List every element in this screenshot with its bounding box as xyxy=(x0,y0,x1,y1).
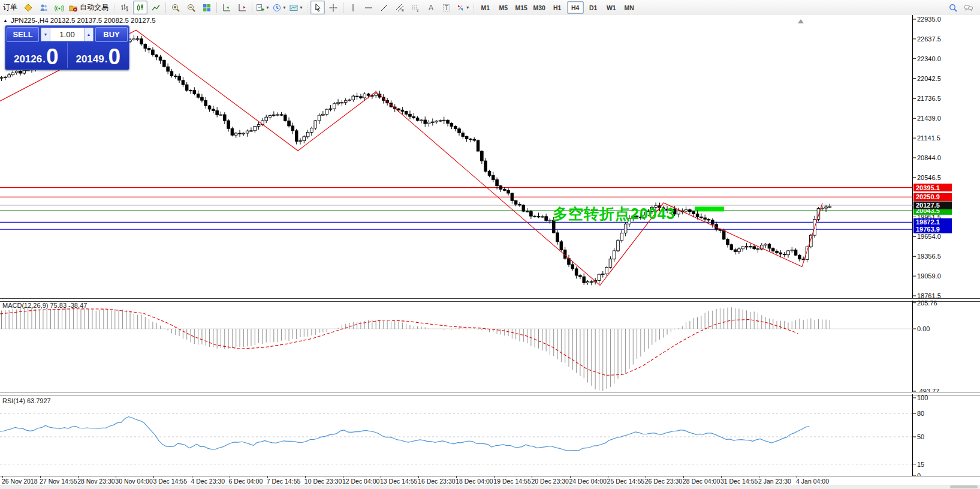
horizontal-line-button[interactable] xyxy=(361,1,376,14)
time-axis-label: 31 Dec 14:55 xyxy=(720,478,758,485)
svg-text:F: F xyxy=(417,8,419,12)
clock-icon xyxy=(272,3,282,13)
time-axis-label: 19 Dec 14:55 xyxy=(493,478,530,485)
time-axis-label: 26 Dec 23:30 xyxy=(645,478,682,485)
add-chart-button[interactable]: ▼ xyxy=(255,1,270,14)
main-chart-panel[interactable]: 22935.022637.522340.022042.521736.521439… xyxy=(0,15,980,298)
vertical-line-button[interactable] xyxy=(346,1,360,14)
signals-button[interactable] xyxy=(52,1,67,14)
cursor-button[interactable] xyxy=(310,1,325,14)
timeframe-h1-button[interactable]: H1 xyxy=(549,1,566,14)
buy-price-pip: 0 xyxy=(108,49,120,66)
indicator-window-2-button[interactable] xyxy=(235,1,249,14)
svg-text:E: E xyxy=(402,8,404,12)
toolbar-drag-handle[interactable] xyxy=(472,2,475,13)
rsi-line xyxy=(0,417,809,451)
community-button[interactable] xyxy=(37,1,51,14)
equidistant-channel-icon: E xyxy=(395,3,405,13)
trendline-button[interactable] xyxy=(377,1,391,14)
timeframe-d1-button[interactable]: D1 xyxy=(585,1,602,14)
zoom-out-button[interactable] xyxy=(184,1,198,14)
main-toolbar: 订单 自动交易 xyxy=(0,0,980,16)
svg-text:205.76: 205.76 xyxy=(917,301,937,307)
volume-down-button[interactable]: ▼ xyxy=(41,28,50,41)
metaquotes-icon-button[interactable] xyxy=(21,1,35,14)
timeframe-m5-button[interactable]: M5 xyxy=(495,1,512,14)
highlight-trend-segment[interactable] xyxy=(695,206,724,211)
timeframe-w1-button[interactable]: W1 xyxy=(603,1,620,14)
timeframe-h4-button[interactable]: H4 xyxy=(567,1,584,14)
autotrading-icon xyxy=(68,3,78,13)
volume-up-button[interactable]: ▲ xyxy=(84,28,94,41)
macd-panel[interactable]: 205.760.00-493.77 xyxy=(0,301,980,392)
svg-text:22340.0: 22340.0 xyxy=(917,55,941,62)
chart-shift-marker[interactable] xyxy=(798,19,804,23)
cursor-arrow-icon xyxy=(313,3,322,13)
bar-chart-button[interactable] xyxy=(117,1,132,14)
fibonacci-icon: F xyxy=(411,3,420,13)
timeframe-m30-button[interactable]: M30 xyxy=(531,1,548,14)
zoom-in-icon xyxy=(171,3,180,13)
time-axis-label: 2 Jan 23:30 xyxy=(758,478,791,485)
volume-input[interactable]: 1.00 xyxy=(50,28,84,41)
rsi-panel[interactable]: 1008050150 xyxy=(0,394,980,476)
toolbar-drag-handle[interactable] xyxy=(113,2,116,13)
svg-text:100: 100 xyxy=(917,394,928,401)
indicator-window-button[interactable] xyxy=(219,1,234,14)
template-button[interactable]: ▼ xyxy=(288,1,304,14)
time-axis[interactable]: 26 Nov 201827 Nov 14:5528 Nov 23:3030 No… xyxy=(0,476,980,485)
sell-button[interactable]: SELL xyxy=(7,27,39,42)
time-axis-label: 10 Dec 23:30 xyxy=(304,478,342,485)
svg-text:19356.5: 19356.5 xyxy=(917,253,941,260)
time-axis-label: 12 Dec 04:00 xyxy=(342,478,379,485)
time-axis-label: 3 Dec 14:55 xyxy=(153,478,187,485)
svg-text:A: A xyxy=(429,4,433,12)
svg-text:-493.77: -493.77 xyxy=(917,388,939,392)
arrows-button[interactable]: ▼ xyxy=(455,1,471,14)
dropdown-caret: ▼ xyxy=(282,5,287,10)
chart-title-row: ▲ JPN225-,H4 20132.5 20137.5 20082.5 201… xyxy=(3,17,156,24)
vertical-line-icon xyxy=(348,3,358,13)
tile-windows-button[interactable] xyxy=(200,1,214,14)
autotrading-button[interactable]: 自动交易 xyxy=(68,1,111,14)
toolbar-group-objects: E F A T ▼ xyxy=(345,0,471,15)
panel-collapse-icon[interactable]: ▲ xyxy=(3,18,8,23)
new-order-label: 订单 xyxy=(1,2,19,13)
timeframe-mn-button[interactable]: MN xyxy=(621,1,638,14)
svg-text:22042.5: 22042.5 xyxy=(917,75,941,82)
channel-button[interactable]: E xyxy=(393,1,407,14)
svg-text:50: 50 xyxy=(917,433,924,440)
sell-price-main: 20126 xyxy=(14,54,42,64)
zoom-in-button[interactable] xyxy=(168,1,183,14)
fibonacci-button[interactable]: F xyxy=(408,1,423,14)
line-chart-button[interactable] xyxy=(149,1,163,14)
candlestick-chart-button[interactable] xyxy=(133,1,147,14)
dropdown-caret: ▼ xyxy=(266,5,270,10)
toolbar-drag-handle[interactable] xyxy=(306,2,309,13)
time-axis-label: 28 Nov 23:30 xyxy=(77,478,114,485)
toolbar-group-trade: 订单 自动交易 xyxy=(0,0,111,15)
new-order-button[interactable]: 订单 xyxy=(1,1,20,14)
svg-text:19872.1: 19872.1 xyxy=(916,218,940,226)
sell-price-dot: . xyxy=(43,54,46,64)
period-button[interactable]: ▼ xyxy=(272,1,287,14)
chart-text-annotation[interactable]: 多空转折点20043 xyxy=(553,204,676,224)
svg-text:20127.5: 20127.5 xyxy=(916,202,940,209)
bar-chart-icon xyxy=(120,3,129,13)
buy-price[interactable]: 20149 . 0 xyxy=(68,43,129,68)
tile-windows-icon xyxy=(202,3,212,13)
text-label-button[interactable]: T xyxy=(439,1,454,14)
crosshair-button[interactable] xyxy=(326,1,340,14)
time-axis-label: 4 Dec 23:30 xyxy=(191,478,225,485)
scrollbar-thumb[interactable] xyxy=(950,485,978,488)
chart-scrollbar[interactable] xyxy=(0,485,980,489)
toolbar-group-cursor xyxy=(310,0,341,15)
sell-price[interactable]: 20126 . 0 xyxy=(5,43,68,68)
timeframe-m15-button[interactable]: M15 xyxy=(513,1,530,14)
text-button[interactable]: A xyxy=(424,1,438,14)
timeframe-m1-button[interactable]: M1 xyxy=(477,1,494,14)
buy-button[interactable]: BUY xyxy=(95,27,128,42)
search-button[interactable] xyxy=(946,1,960,14)
chat-button[interactable] xyxy=(961,1,976,14)
people-icon xyxy=(39,3,49,13)
